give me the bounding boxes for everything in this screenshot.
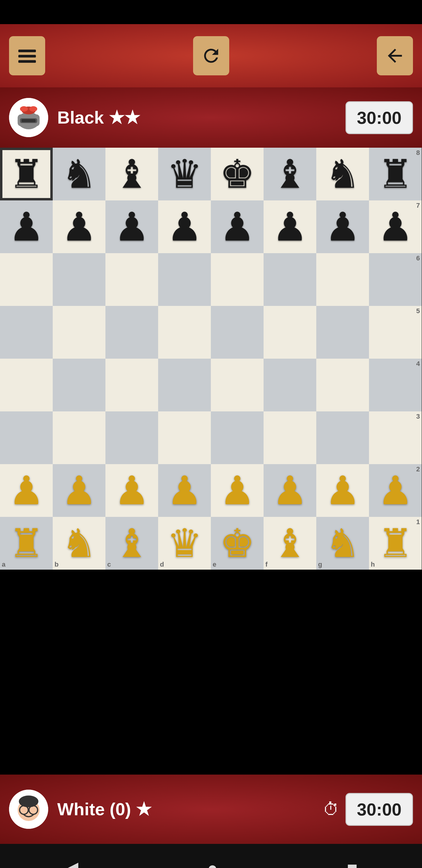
chess-piece[interactable]: ♜ [9,154,44,194]
board-cell[interactable] [158,253,211,306]
board-cell[interactable]: ♝ [264,148,316,200]
board-cell[interactable] [264,306,316,359]
board-cell[interactable] [211,253,264,306]
chess-piece[interactable]: ♟ [167,207,202,247]
board-cell[interactable]: e♚ [211,517,264,569]
chess-piece[interactable]: ♟ [272,207,307,247]
chess-piece[interactable]: ♚ [220,524,255,563]
board-cell[interactable] [211,306,264,359]
board-cell[interactable]: ♝ [105,148,158,200]
chess-piece[interactable]: ♟ [378,471,413,510]
chess-piece[interactable]: ♜ [9,524,44,563]
board-cell[interactable] [105,253,158,306]
chess-piece[interactable]: ♟ [378,207,413,247]
board-cell[interactable] [105,411,158,464]
chess-piece[interactable]: ♟ [325,207,360,247]
board-cell[interactable] [316,411,369,464]
restart-button[interactable] [193,36,229,75]
chess-piece[interactable]: ♟ [220,471,255,510]
board-cell[interactable]: ♟ [0,200,53,253]
chess-piece[interactable]: ♜ [378,524,413,563]
board-cell[interactable]: ♞ [316,148,369,200]
board-cell[interactable]: 1h♜ [369,517,422,569]
chess-piece[interactable]: ♝ [114,154,150,194]
board-cell[interactable] [53,253,105,306]
nav-square-button[interactable]: ■ [347,858,358,868]
board-cell[interactable] [264,253,316,306]
board-cell[interactable]: d♛ [158,517,211,569]
board-cell[interactable] [158,359,211,411]
board-cell[interactable] [264,411,316,464]
chess-piece[interactable]: ♟ [9,207,44,247]
board-cell[interactable]: ♞ [53,148,105,200]
board-cell[interactable] [105,359,158,411]
board-cell[interactable]: ♛ [158,148,211,200]
board-cell[interactable]: ♟ [0,464,53,517]
chess-piece[interactable]: ♚ [220,154,255,194]
chess-piece[interactable]: ♞ [325,154,360,194]
board-cell[interactable]: ♟ [158,464,211,517]
board-cell[interactable] [158,306,211,359]
board-cell[interactable]: f♝ [264,517,316,569]
chess-piece[interactable]: ♟ [114,471,150,510]
board-cell[interactable]: 8♜ [369,148,422,200]
board-cell[interactable]: ♟ [211,200,264,253]
board-cell[interactable] [264,359,316,411]
board-cell[interactable] [53,306,105,359]
chess-piece[interactable]: ♟ [61,471,97,510]
board-cell[interactable]: 6 [369,253,422,306]
board-cell[interactable]: ♟ [53,200,105,253]
chess-board[interactable]: ♜♞♝♛♚♝♞8♜♟♟♟♟♟♟♟7♟6543♟♟♟♟♟♟♟2♟a♜b♞c♝d♛e… [0,148,422,569]
board-cell[interactable] [158,411,211,464]
board-cell[interactable]: 2♟ [369,464,422,517]
board-cell[interactable] [211,359,264,411]
chess-piece[interactable]: ♞ [61,524,97,563]
board-cell[interactable]: ♟ [158,200,211,253]
board-cell[interactable] [0,411,53,464]
board-cell[interactable]: ♜ [0,148,53,200]
chess-piece[interactable]: ♟ [167,471,202,510]
board-cell[interactable]: g♞ [316,517,369,569]
board-cell[interactable]: a♜ [0,517,53,569]
chess-piece[interactable]: ♛ [167,154,202,194]
board-cell[interactable]: ♟ [105,464,158,517]
chess-piece[interactable]: ♞ [325,524,360,563]
board-cell[interactable] [0,253,53,306]
chess-piece[interactable]: ♝ [114,524,150,563]
board-cell[interactable] [0,359,53,411]
board-cell[interactable]: 7♟ [369,200,422,253]
board-cell[interactable]: 3 [369,411,422,464]
board-cell[interactable]: ♟ [105,200,158,253]
board-cell[interactable]: ♟ [316,200,369,253]
board-cell[interactable]: ♟ [53,464,105,517]
board-cell[interactable] [0,306,53,359]
board-cell[interactable] [53,359,105,411]
chess-piece[interactable]: ♝ [272,524,307,563]
board-cell[interactable]: ♚ [211,148,264,200]
menu-button[interactable] [9,36,45,75]
board-cell[interactable] [53,411,105,464]
board-cell[interactable]: ♟ [211,464,264,517]
board-cell[interactable]: c♝ [105,517,158,569]
chess-piece[interactable]: ♟ [61,207,97,247]
board-cell[interactable] [316,253,369,306]
chess-piece[interactable]: ♟ [220,207,255,247]
chess-piece[interactable]: ♟ [325,471,360,510]
board-cell[interactable] [105,306,158,359]
back-button[interactable] [377,36,413,75]
board-cell[interactable]: ♟ [316,464,369,517]
chess-piece[interactable]: ♜ [378,154,413,194]
board-cell[interactable]: 4 [369,359,422,411]
board-cell[interactable]: ♟ [264,200,316,253]
chess-piece[interactable]: ♞ [61,154,97,194]
board-cell[interactable] [316,359,369,411]
board-cell[interactable]: 5 [369,306,422,359]
nav-home-button[interactable]: ● [207,858,218,868]
board-cell[interactable]: b♞ [53,517,105,569]
board-cell[interactable] [316,306,369,359]
chess-piece[interactable]: ♟ [114,207,150,247]
board-cell[interactable] [211,411,264,464]
chess-piece[interactable]: ♟ [272,471,307,510]
chess-piece[interactable]: ♝ [272,154,307,194]
chess-piece[interactable]: ♛ [167,524,202,563]
